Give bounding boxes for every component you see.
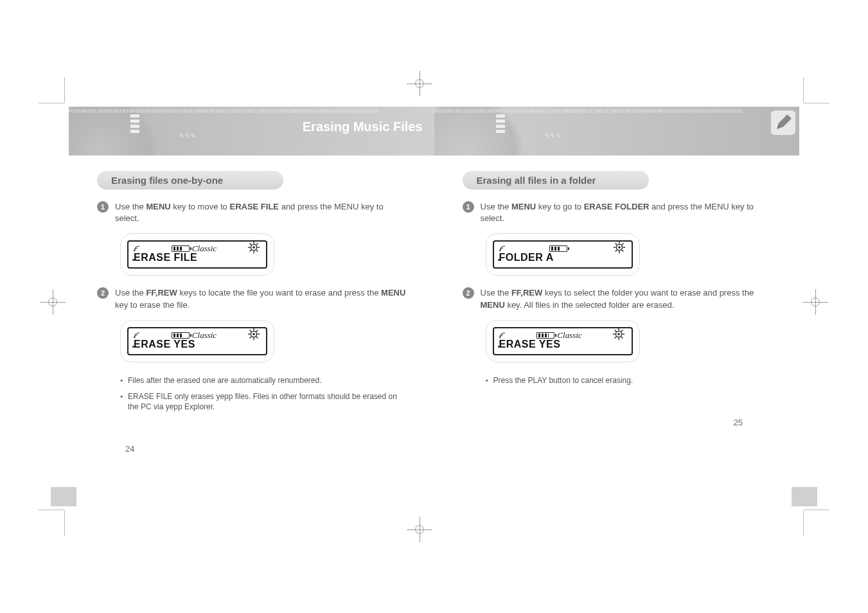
step-text: Use the MENU key to go to ERASE FOLDER a… [481,201,772,224]
binary-decoration: 0101001011010100101001010101010010110101… [434,108,800,114]
note-item: Press the PLAY button to cancel erasing. [486,375,772,386]
crop-line [804,510,829,510]
lcd-text: FOLDER A [499,252,626,263]
svg-line-7 [256,250,258,252]
step-text: Use the MENU key to move to ERASE FILE a… [115,201,406,224]
svg-line-6 [250,244,252,245]
corner-decoration [792,487,817,506]
step-number: 1 [463,201,474,213]
crop-line [39,510,64,510]
crop-line [803,510,804,536]
gear-icon [612,240,626,257]
corner-decoration [51,487,76,506]
registration-mark-left [40,289,66,315]
crop-line [803,77,804,103]
step-number: 2 [463,287,474,299]
registration-mark-top [407,71,432,96]
header-decoration: ∿∿∿ [178,131,195,139]
lcd-display-1: FOLDER A [486,233,640,276]
svg-point-21 [618,247,621,249]
svg-line-19 [256,330,258,332]
step-number: 2 [97,287,109,299]
lcd-text: ERASE FILE [134,252,261,263]
svg-line-38 [615,336,617,338]
svg-line-36 [615,330,617,332]
note-item: Files after the erased one are automatic… [120,375,406,386]
svg-point-1 [252,247,255,249]
gear-icon [612,327,626,344]
step-text: Use the FF,REW keys to locate the file y… [115,287,406,310]
svg-line-28 [615,250,617,252]
lcd-display-2: Classic ERASE YES [486,320,640,362]
svg-line-17 [256,336,258,338]
header-decoration: ∿∿∿ [544,131,561,139]
note-item: ERASE FILE only erases yepp files. Files… [120,391,406,413]
svg-line-16 [250,330,252,332]
notes-list: Press the PLAY button to cancel erasing. [486,375,772,386]
header-band-left: 0101001011010100101001010101010010110101… [69,107,434,155]
battery-icon [549,245,567,252]
indicator-dot [132,346,134,348]
svg-line-9 [256,244,258,245]
mode-label: Classic [557,330,581,341]
battery-icon [536,332,554,339]
svg-line-26 [615,244,617,245]
lcd-display-2: Classic ERASE YES [120,320,274,362]
binary-decoration: 0101001011010100101001010101010010110101… [69,108,434,114]
svg-line-18 [250,336,252,338]
page-number-right: 25 [734,418,743,427]
crop-line [64,77,65,103]
gear-icon [247,327,261,344]
svg-line-37 [621,336,623,338]
header-band-right: 0101001011010100101001010101010010110101… [434,107,800,155]
battery-icon [172,245,190,252]
section-heading-left: Erasing files one-by-one [97,171,283,190]
svg-point-31 [618,333,621,335]
battery-icon [172,332,190,339]
step-1: 1 Use the MENU key to go to ERASE FOLDER… [463,201,772,224]
step-number: 1 [97,201,109,213]
step-text: Use the FF,REW keys to select the folder… [481,287,772,310]
step-2: 2 Use the FF,REW keys to select the fold… [463,287,772,310]
gear-icon [247,240,261,257]
svg-line-39 [621,330,623,332]
page-title-left: Erasing Music Files [303,120,423,134]
header-stripes-icon [496,114,505,133]
registration-mark-bottom [407,517,432,542]
crop-line [804,103,829,103]
page-left: 0101001011010100101001010101010010110101… [69,107,434,506]
registration-mark-right [802,289,828,315]
pen-icon [771,111,795,135]
page-number-left: 24 [125,444,134,454]
svg-point-11 [252,333,255,335]
notes-list: Files after the erased one are automatic… [120,375,406,413]
crop-line [39,103,64,103]
page-right: 0101001011010100101001010101010010110101… [434,107,800,506]
step-2: 2 Use the FF,REW keys to locate the file… [97,287,406,310]
crop-line [64,510,65,536]
lcd-display-1: Classic ERASE FILE [120,233,274,276]
svg-line-27 [621,250,623,252]
mode-label: Classic [192,330,217,341]
indicator-dot [498,346,500,348]
step-1: 1 Use the MENU key to move to ERASE FILE… [97,201,406,224]
svg-line-29 [621,244,623,245]
section-heading-right: Erasing all files in a folder [463,171,649,190]
svg-line-8 [250,250,252,252]
header-stripes-icon [130,114,139,133]
